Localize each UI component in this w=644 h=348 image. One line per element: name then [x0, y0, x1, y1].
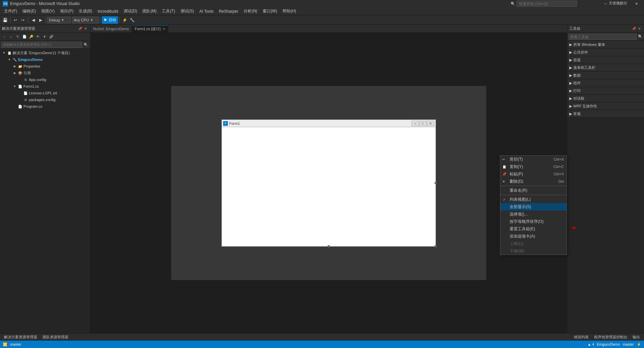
project-icon: 🔧	[12, 57, 17, 62]
menu-incredibuild[interactable]: Incredibuild	[95, 7, 121, 15]
nav-back-button[interactable]: ◀	[29, 16, 37, 24]
se-refresh-button[interactable]: ↻	[15, 34, 21, 40]
ctx-reset-toolbox[interactable]: 重置工具箱(E)	[500, 225, 567, 233]
toolbox-section-menu-header[interactable]: ▶ 菜单和工具栏	[567, 64, 644, 71]
ctx-delete[interactable]: ✕ 删除(D) Del	[500, 178, 567, 185]
bottom-tab-errors[interactable]: 错误列表	[571, 334, 591, 341]
tree-references[interactable]: ▶ 📦 引用	[0, 70, 90, 76]
ctx-paste[interactable]: 📌 粘贴(P) Ctrl+V	[500, 170, 567, 178]
tree-project[interactable]: ▼ 🔧 EmgucvDemo	[0, 56, 90, 63]
tree-properties[interactable]: ▶ 📁 Properties	[0, 63, 90, 70]
form-close-button[interactable]: ✕	[427, 121, 434, 126]
ctx-listview[interactable]: ✓ 列表视图(L)	[500, 196, 567, 203]
ctx-rename[interactable]: 重命名(R)	[500, 187, 567, 194]
menu-file[interactable]: 文件(F)	[1, 7, 20, 15]
save-all-button[interactable]: 💾	[1, 16, 9, 24]
se-search-icon[interactable]: 🔍	[83, 42, 89, 48]
toolbar-extra-1[interactable]: ⚡	[121, 16, 128, 24]
se-sync-button[interactable]: 🔗	[48, 34, 54, 40]
se-collapse-button[interactable]: ↕	[1, 34, 7, 40]
nav-forward-button[interactable]: ▶	[37, 16, 44, 24]
se-properties-button[interactable]: 🔑	[28, 34, 34, 40]
debug-config-dropdown[interactable]: Debug ▼	[47, 17, 71, 23]
bottom-tab-solution-explorer[interactable]: 解决方案资源管理器	[1, 334, 40, 341]
ctx-sort-alpha[interactable]: 按字母顺序排序(O)	[500, 218, 567, 225]
toolbox-section-print-header[interactable]: ▶ 打印	[567, 87, 644, 94]
toolbox-section-wpf-header[interactable]: ▶ WPF 互操作性	[567, 102, 644, 110]
toolbox-section-data-header[interactable]: ▶ 数据	[567, 72, 644, 79]
menu-ai-tools[interactable]: AI Tools	[197, 7, 216, 15]
undo-button[interactable]: ↩	[12, 16, 19, 24]
toolbox-section-container-header[interactable]: ▶ 容器	[567, 56, 644, 64]
tree-license[interactable]: ▶ 📄 License-LGPL.txt	[0, 90, 90, 96]
minimize-button[interactable]: ─	[598, 0, 613, 7]
menu-tools[interactable]: 工具(T)	[159, 7, 178, 15]
ctx-select-items[interactable]: 选择项()...	[500, 210, 567, 218]
pin-icon[interactable]: 📌	[77, 26, 83, 31]
packages-label: packages.config	[29, 98, 56, 102]
toolbox-section-all-windows-header[interactable]: ▶ 所有 Windows 窗体	[567, 41, 644, 48]
toolbox-close-icon[interactable]: ✕	[637, 26, 642, 31]
quick-launch-input[interactable]	[517, 1, 577, 7]
quick-launch-search[interactable]: 🔍	[511, 1, 577, 7]
menu-resharper[interactable]: ReSharper	[216, 7, 241, 15]
maximize-button[interactable]: □	[613, 0, 629, 7]
menu-analyze[interactable]: 分析(N)	[241, 7, 260, 15]
bottom-tab-package-manager[interactable]: 程序包管理器控制台	[591, 334, 630, 341]
ctx-move-down: 下移(W)	[500, 247, 567, 255]
tab-form1-designer[interactable]: Form1.cs [设计] ✕	[132, 25, 168, 32]
tree-packages[interactable]: ▶ ⚙ packages.config	[0, 96, 90, 103]
tree-solution[interactable]: ▼ 📋 解决方案 'EmgucvDemo'(1 个项目)	[0, 50, 90, 56]
resize-handle-bc[interactable]	[328, 245, 330, 247]
form-designer[interactable]: F Form1 ─ □ ✕	[171, 86, 486, 280]
tab-nuget[interactable]: NuGet: EmgucvDemo	[90, 25, 132, 32]
toolbar-sep-5	[119, 17, 120, 23]
menu-project[interactable]: 项目(P)	[57, 7, 76, 15]
start-button[interactable]: ▶ 启动	[102, 16, 118, 24]
se-filter-button[interactable]: ▼	[42, 34, 48, 40]
bottom-tab-team-explorer[interactable]: 团队资源管理器	[40, 334, 71, 341]
toolbar: 💾 ↩ ↪ ◀ ▶ Debug ▼ Any CPU ▼ ▶ 启动 ⚡ 🔧	[0, 15, 644, 25]
bottom-tab-output[interactable]: 输出	[630, 334, 643, 341]
menu-edit[interactable]: 编辑(E)	[20, 7, 39, 15]
toolbar-extra-2[interactable]: 🔧	[128, 16, 136, 24]
ctx-add-tab[interactable]: 添加选项卡(A)	[500, 233, 567, 240]
tree-appconfig[interactable]: ▶ ⚙ App.config	[0, 76, 90, 83]
toolbox-section-common-header[interactable]: ▶ 公共控件	[567, 49, 644, 56]
se-home-button[interactable]: ⌂	[8, 34, 14, 40]
menu-window[interactable]: 窗口(W)	[260, 7, 280, 15]
redo-button[interactable]: ↪	[19, 16, 26, 24]
ctx-copy[interactable]: 📋 复制(Y) Ctrl+C	[500, 163, 567, 170]
tab-form1-close[interactable]: ✕	[163, 27, 165, 31]
se-show-files-button[interactable]: 📄	[21, 34, 27, 40]
menu-team[interactable]: 团队(M)	[140, 7, 159, 15]
toolbox-section-general-header[interactable]: ▶ 常规	[567, 110, 644, 117]
toolbox-section-general-label: 常规	[573, 111, 581, 116]
ctx-copy-label: 复制(Y)	[510, 164, 523, 170]
toolbox-pin-icon[interactable]: 📌	[631, 26, 637, 31]
resize-handle-rc[interactable]	[435, 182, 437, 184]
form-maximize-button[interactable]: □	[419, 121, 427, 126]
cpu-config-dropdown[interactable]: Any CPU ▼	[72, 17, 99, 23]
tree-form1cs[interactable]: ▼ 📄 Form1.cs	[0, 83, 90, 90]
form-minimize-button[interactable]: ─	[411, 121, 419, 126]
form-window[interactable]: F Form1 ─ □ ✕	[221, 119, 436, 247]
menu-debug[interactable]: 调试(D)	[121, 7, 140, 15]
menu-view[interactable]: 视图(V)	[39, 7, 57, 15]
menu-help[interactable]: 帮助(H)	[280, 7, 299, 15]
ctx-cut[interactable]: ✂ 剪切(T) Ctrl+X	[500, 156, 567, 163]
se-search-input[interactable]	[1, 42, 82, 48]
toolbox-section-component-header[interactable]: ▶ 组件	[567, 79, 644, 87]
resize-handle-br[interactable]	[435, 245, 437, 247]
menu-test[interactable]: 测试(S)	[178, 7, 197, 15]
form-body[interactable]	[222, 127, 436, 246]
se-preview-button[interactable]: 👁	[35, 34, 41, 40]
close-button[interactable]: ✕	[629, 0, 644, 7]
menu-build[interactable]: 生成(B)	[76, 7, 95, 15]
toolbox-search-input[interactable]	[569, 34, 637, 40]
ctx-showall[interactable]: 全部显示(S)	[500, 203, 567, 210]
tree-programcs[interactable]: ▶ 📄 Program.cs	[0, 103, 90, 110]
close-panel-icon[interactable]: ✕	[83, 26, 88, 31]
toolbox-section-dialog-header[interactable]: ▶ 对话框	[567, 95, 644, 102]
toolbox-section-menu-label: 菜单和工具栏	[573, 65, 595, 70]
